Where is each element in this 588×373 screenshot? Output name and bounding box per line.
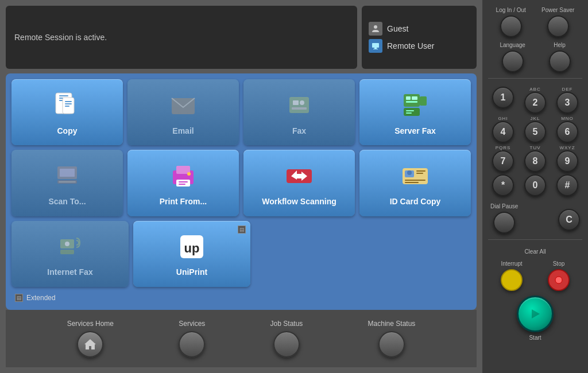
services-home-nav[interactable]: Services Home: [67, 320, 114, 358]
id-card-copy-button[interactable]: ID Card Copy: [359, 150, 471, 216]
apps-area: Copy Email: [6, 73, 477, 310]
job-status-button[interactable]: [273, 331, 300, 358]
language-control: Language: [500, 42, 525, 72]
key-6-button[interactable]: 6: [556, 121, 578, 143]
svg-text:up: up: [184, 241, 200, 255]
workflow-scanning-button[interactable]: Workflow Scanning: [243, 150, 355, 216]
key-ast-button[interactable]: *: [492, 174, 514, 196]
language-button[interactable]: [502, 50, 524, 72]
apps-row-2: Scan To... Print From...: [11, 150, 471, 216]
key-3-button[interactable]: 3: [556, 92, 578, 114]
c-control: C: [558, 207, 580, 231]
interrupt-control: Interrupt: [501, 261, 523, 291]
right-panel: Log In / Out Power Saver Language Help 1: [482, 0, 588, 373]
extended-bar: ▤ Extended: [11, 292, 471, 304]
scan-to-icon: [51, 160, 83, 192]
svg-rect-41: [416, 173, 423, 174]
machine-status-button[interactable]: [378, 331, 405, 358]
copy-button[interactable]: Copy: [11, 79, 123, 145]
svg-rect-11: [65, 106, 69, 107]
svg-point-15: [300, 100, 304, 105]
key-0-button[interactable]: 0: [524, 174, 546, 196]
uniprint-icon: up: [176, 231, 208, 263]
svg-point-0: [374, 25, 377, 29]
svg-rect-31: [176, 180, 190, 187]
svg-rect-5: [59, 95, 68, 96]
key-7-item: PQRS 7: [488, 145, 518, 172]
workflow-scanning-icon: [283, 160, 315, 192]
login-out-button[interactable]: [500, 15, 522, 37]
key-5-button[interactable]: 5: [524, 121, 546, 143]
svg-rect-20: [412, 96, 417, 100]
key-9-button[interactable]: 9: [556, 150, 578, 172]
internet-fax-button[interactable]: Internet Fax: [11, 221, 129, 287]
job-status-nav[interactable]: Job Status: [270, 320, 303, 358]
print-from-icon: [167, 160, 199, 192]
key-2-button[interactable]: 2: [524, 92, 546, 114]
svg-rect-17: [404, 94, 420, 107]
c-button[interactable]: C: [558, 209, 580, 231]
key-6-item: MNO 6: [552, 116, 582, 143]
key-4-button[interactable]: 4: [492, 121, 514, 143]
remote-user-row: Remote User: [369, 39, 470, 53]
services-home-button[interactable]: [77, 331, 103, 358]
interrupt-stop-row: Interrupt Stop: [488, 261, 582, 291]
power-saver-button[interactable]: [547, 15, 569, 37]
key-4-item: GHI 4: [488, 116, 518, 143]
key-8-item: TUV 8: [520, 145, 550, 172]
empty-slot-1: [255, 221, 361, 287]
extended-icon: ▤: [15, 294, 23, 302]
bottom-nav: Services Home Services Job Status Machin…: [6, 310, 477, 367]
svg-point-39: [407, 170, 412, 175]
services-button[interactable]: [179, 331, 205, 358]
remote-session-status: Remote Session is active.: [6, 6, 357, 69]
svg-rect-1: [372, 43, 379, 48]
key-7-button[interactable]: 7: [492, 150, 514, 172]
key-2-item: ABC 2: [520, 87, 550, 114]
machine-status-nav[interactable]: Machine Status: [368, 320, 416, 358]
copy-icon: [51, 90, 83, 122]
svg-rect-10: [65, 103, 72, 104]
svg-rect-18: [420, 96, 427, 106]
scan-to-button[interactable]: Scan To...: [11, 150, 123, 216]
key-3-item: DEF 3: [552, 87, 582, 114]
services-nav[interactable]: Services: [179, 320, 205, 358]
server-fax-button[interactable]: Server Fax: [359, 79, 471, 145]
svg-rect-24: [406, 112, 412, 114]
divider-2: [488, 239, 582, 240]
email-button[interactable]: Email: [127, 79, 239, 145]
key-5-item: JKL 5: [520, 116, 550, 143]
power-saver-control: Power Saver: [541, 7, 574, 37]
svg-rect-3: [373, 49, 378, 49]
internet-fax-icon: [54, 231, 86, 263]
guest-icon: [369, 22, 382, 36]
dial-pause-button[interactable]: [493, 212, 515, 234]
svg-rect-33: [179, 184, 185, 185]
apps-row-1: Copy Email: [11, 79, 471, 145]
svg-rect-42: [405, 180, 425, 181]
uniprint-button[interactable]: ▤ up UniPrint: [133, 221, 250, 287]
email-icon: [167, 90, 199, 122]
svg-rect-23: [406, 110, 414, 111]
svg-marker-50: [532, 309, 540, 318]
fax-button[interactable]: Fax: [243, 79, 355, 145]
start-button[interactable]: [517, 296, 554, 332]
svg-rect-32: [179, 181, 188, 182]
svg-rect-46: [60, 250, 74, 254]
print-from-button[interactable]: Print From...: [127, 150, 239, 216]
start-section: Start: [488, 296, 582, 341]
key-hash-button[interactable]: #: [556, 174, 578, 196]
key-hash-item: #: [552, 174, 582, 196]
svg-point-49: [555, 277, 562, 283]
key-8-button[interactable]: 8: [524, 150, 546, 172]
top-bar: Remote Session is active. Guest Remote U…: [6, 6, 477, 69]
interrupt-button[interactable]: [501, 269, 523, 291]
svg-rect-2: [374, 48, 377, 49]
uniprint-badge: ▤: [238, 226, 246, 234]
key-1-button[interactable]: 1: [492, 87, 514, 108]
help-button[interactable]: [549, 50, 571, 72]
lang-help-row: Language Help: [488, 42, 582, 72]
apps-row-3: Internet Fax ▤ up UniPrint: [11, 221, 471, 287]
stop-button[interactable]: [548, 269, 570, 291]
top-controls-row: Log In / Out Power Saver: [488, 7, 582, 37]
